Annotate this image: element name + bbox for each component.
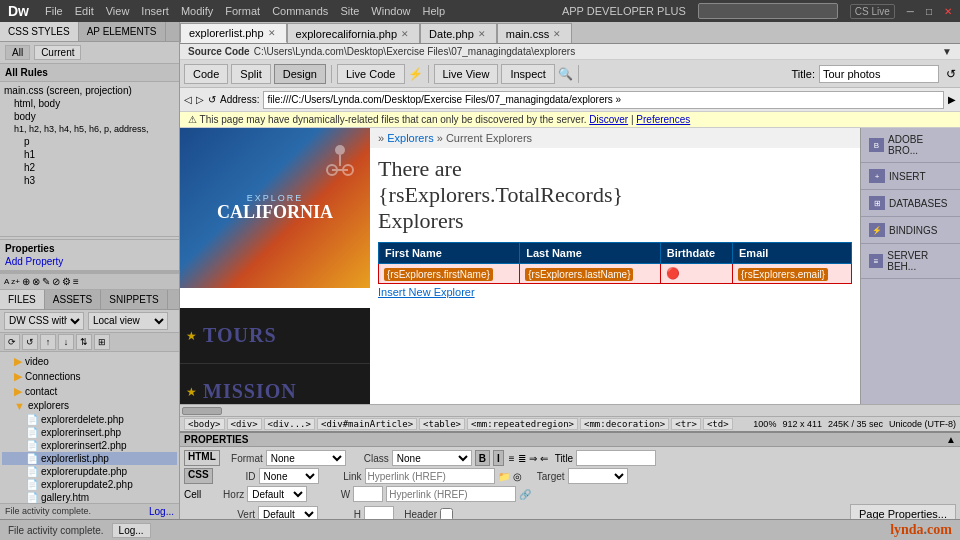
file-item-explorerdelete[interactable]: 📄 explorerdelete.php [2, 413, 177, 426]
css-rule-2[interactable]: body [2, 110, 177, 123]
nav-forward[interactable]: ▷ [196, 94, 204, 105]
format-select[interactable]: None [266, 450, 346, 466]
filter-icon[interactable]: ▼ [942, 46, 952, 57]
link-browse-icon[interactable]: 📁 [498, 471, 510, 482]
page-properties-btn[interactable]: Page Properties... [850, 504, 956, 519]
css-current-btn[interactable]: Current [34, 45, 81, 60]
list-icon-2[interactable]: ≣ [518, 453, 526, 464]
outdent-icon[interactable]: ⇐ [540, 453, 548, 464]
breadcrumb-explorers-link[interactable]: Explorers [387, 132, 433, 144]
tab-explorecalifornia[interactable]: explorecalifornia.php ✕ [287, 23, 421, 43]
tab-close-icon[interactable]: ✕ [553, 29, 561, 39]
tag-div-2[interactable]: <div...> [264, 418, 315, 430]
tag-mm-repeated[interactable]: <mm:repeatedregion> [467, 418, 578, 430]
width-input[interactable] [353, 486, 383, 502]
panel-adobe-browser[interactable]: B ADOBE BRO... [861, 128, 960, 163]
tag-div-1[interactable]: <div> [227, 418, 262, 430]
file-item-explorerlist[interactable]: 📄 explorerlist.php [2, 452, 177, 465]
file-item-video[interactable]: ▶ video [2, 354, 177, 369]
menu-modify[interactable]: Modify [181, 5, 213, 17]
menu-insert[interactable]: Insert [141, 5, 169, 17]
tab-main-css[interactable]: main.css ✕ [497, 23, 572, 43]
vert-select[interactable]: Default [258, 506, 318, 519]
design-canvas[interactable]: EXPLORE CALIFORNIA [180, 128, 860, 404]
menu-file[interactable]: File [45, 5, 63, 17]
tab-date[interactable]: Date.php ✕ [420, 23, 497, 43]
menu-window[interactable]: Window [371, 5, 410, 17]
panel-bindings[interactable]: ⚡ BINDINGS [861, 217, 960, 244]
link-target-icon[interactable]: ◎ [513, 471, 522, 482]
tag-tr[interactable]: <tr> [671, 418, 701, 430]
connect-icon[interactable]: ⟳ [4, 334, 20, 350]
site-dropdown[interactable]: DW CSS with F ▼ [4, 312, 84, 330]
menu-edit[interactable]: Edit [75, 5, 94, 17]
tab-files[interactable]: FILES [0, 290, 45, 309]
upload-icon[interactable]: ↑ [40, 334, 56, 350]
css-rule-3[interactable]: h1, h2, h3, h4, h5, h6, p, address, [2, 123, 177, 135]
nav-mission[interactable]: ★ MISSION [180, 364, 370, 404]
italic-btn[interactable]: I [493, 450, 504, 466]
tab-assets[interactable]: ASSETS [45, 290, 101, 309]
title-props-input[interactable] [576, 450, 656, 466]
horizontal-scrollbar[interactable] [180, 404, 960, 416]
minimize-icon[interactable]: ─ [907, 6, 914, 17]
panel-server-behaviors[interactable]: ≡ SERVER BEH... [861, 244, 960, 279]
cs-live-button[interactable]: CS Live [850, 4, 895, 19]
title-input[interactable] [819, 65, 939, 83]
tab-close-icon[interactable]: ✕ [401, 29, 409, 39]
file-item-explorerinsert[interactable]: 📄 explorerinsert.php [2, 426, 177, 439]
horz-select[interactable]: Default [247, 486, 307, 502]
menu-commands[interactable]: Commands [272, 5, 328, 17]
close-icon[interactable]: ✕ [944, 6, 952, 17]
live-code-btn[interactable]: Live Code [337, 64, 405, 84]
tag-div-main[interactable]: <div#mainArticle> [317, 418, 417, 430]
tag-mm-decoration[interactable]: <mm:decoration> [580, 418, 669, 430]
hyperlink-icon[interactable]: 🔗 [519, 489, 531, 500]
css-rule-7[interactable]: h3 [2, 174, 177, 187]
tab-snippets[interactable]: SNIPPETS [101, 290, 167, 309]
menu-site[interactable]: Site [340, 5, 359, 17]
tab-explorerlist[interactable]: explorerlist.php ✕ [180, 23, 287, 43]
file-item-explorerinsert2[interactable]: 📄 explorerinsert2.php [2, 439, 177, 452]
nav-back[interactable]: ◁ [184, 94, 192, 105]
panel-insert[interactable]: + INSERT [861, 163, 960, 190]
address-go-icon[interactable]: ▶ [948, 94, 956, 105]
html-btn[interactable]: HTML [184, 450, 220, 466]
scrollbar-thumb[interactable] [182, 407, 222, 415]
file-item-connections[interactable]: ▶ Connections [2, 369, 177, 384]
css-rule-5[interactable]: h1 [2, 148, 177, 161]
preferences-link[interactable]: Preferences [636, 114, 690, 125]
sync-icon[interactable]: ⇅ [76, 334, 92, 350]
download-icon[interactable]: ↓ [58, 334, 74, 350]
log-button[interactable]: Log... [149, 506, 174, 517]
css-rule-1[interactable]: html, body [2, 97, 177, 110]
insert-new-link[interactable]: Insert New Explorer [378, 284, 852, 300]
height-input[interactable] [364, 506, 394, 519]
target-select[interactable] [568, 468, 628, 484]
address-input[interactable] [263, 91, 944, 109]
hyperlink-input[interactable] [386, 486, 516, 502]
global-search-input[interactable] [698, 3, 838, 19]
tab-close-icon[interactable]: ✕ [268, 28, 276, 38]
panel-expand-icon[interactable]: ▲ [946, 434, 956, 445]
menu-format[interactable]: Format [225, 5, 260, 17]
tab-close-icon[interactable]: ✕ [478, 29, 486, 39]
menu-help[interactable]: Help [422, 5, 445, 17]
list-icon-1[interactable]: ≡ [509, 453, 515, 464]
tag-body[interactable]: <body> [184, 418, 225, 430]
file-item-explorerupdate2[interactable]: 📄 explorerupdate2.php [2, 478, 177, 491]
css-rule-4[interactable]: p [2, 135, 177, 148]
indent-icon[interactable]: ⇒ [529, 453, 537, 464]
nav-refresh[interactable]: ↺ [208, 94, 216, 105]
expand-icon[interactable]: ⊞ [94, 334, 110, 350]
nav-link-tours[interactable]: TOURS [203, 316, 277, 355]
tab-ap-elements[interactable]: AP ELEMENTS [79, 22, 166, 41]
menu-view[interactable]: View [106, 5, 130, 17]
refresh-icon[interactable]: ↺ [22, 334, 38, 350]
tab-css-styles[interactable]: CSS STYLES [0, 22, 79, 41]
css-btn[interactable]: CSS [184, 468, 213, 484]
file-item-explorers[interactable]: ▼ explorers [2, 399, 177, 413]
id-select[interactable]: None [259, 468, 319, 484]
inspect-btn[interactable]: Inspect [501, 64, 554, 84]
add-property-link[interactable]: Add Property [5, 256, 174, 267]
